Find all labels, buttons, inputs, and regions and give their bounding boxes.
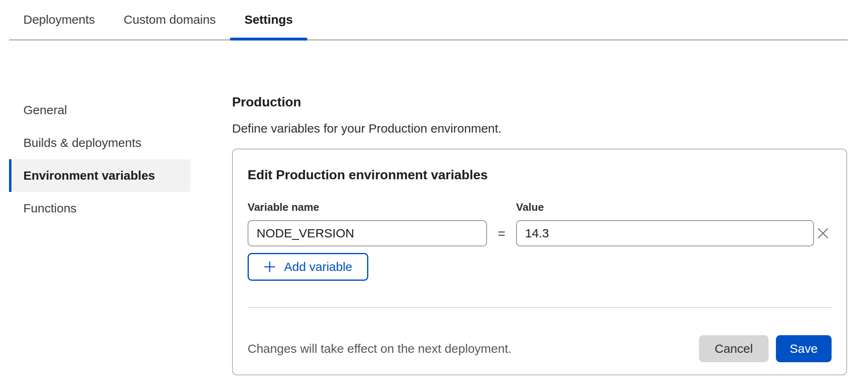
footer-actions: Cancel Save: [699, 335, 832, 362]
sidebar-item-general[interactable]: General: [9, 94, 191, 126]
tab-custom-domains[interactable]: Custom domains: [109, 0, 230, 39]
tab-settings[interactable]: Settings: [230, 0, 307, 39]
sidebar-item-environment-variables[interactable]: Environment variables: [9, 159, 191, 192]
section-subtitle: Define variables for your Production env…: [232, 120, 847, 137]
cancel-button[interactable]: Cancel: [699, 335, 768, 362]
card-title: Edit Production environment variables: [248, 167, 832, 183]
add-variable-button[interactable]: Add variable: [248, 253, 368, 281]
environment-variables-card: Edit Production environment variables Va…: [232, 149, 847, 375]
card-footer: Changes will take effect on the next dep…: [248, 335, 832, 362]
save-button[interactable]: Save: [776, 335, 832, 362]
equals-sign: =: [487, 226, 516, 241]
settings-main: Production Define variables for your Pro…: [232, 94, 847, 375]
close-icon: [816, 227, 830, 240]
value-label: Value: [516, 201, 814, 214]
variable-fields-grid: Variable name Value =: [248, 201, 832, 246]
settings-layout: General Builds & deployments Environment…: [0, 94, 868, 375]
remove-variable-button[interactable]: [814, 224, 832, 242]
variable-name-input[interactable]: [248, 220, 487, 246]
plus-icon: [264, 261, 276, 273]
variable-name-label: Variable name: [248, 201, 487, 214]
footer-note: Changes will take effect on the next dep…: [248, 342, 512, 356]
sidebar-item-builds-deployments[interactable]: Builds & deployments: [9, 126, 191, 159]
add-variable-label: Add variable: [284, 260, 352, 274]
variable-value-input[interactable]: [516, 220, 814, 246]
section-title: Production: [232, 94, 847, 110]
card-divider: [248, 307, 832, 308]
sidebar-item-functions[interactable]: Functions: [9, 192, 191, 225]
tab-deployments[interactable]: Deployments: [9, 0, 109, 39]
settings-sidebar: General Builds & deployments Environment…: [9, 94, 191, 375]
tab-bar: Deployments Custom domains Settings: [9, 0, 848, 41]
